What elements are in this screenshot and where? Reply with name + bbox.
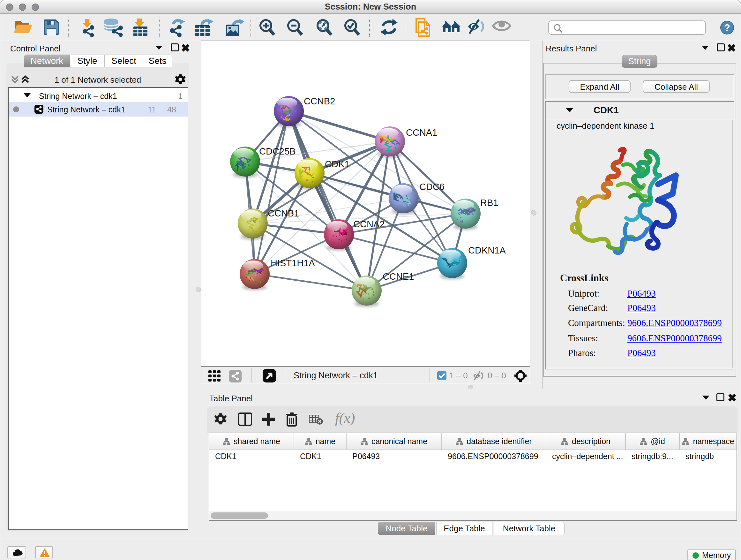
svg-text:CCNE1: CCNE1 bbox=[383, 271, 414, 282]
svg-text:CCNB2: CCNB2 bbox=[304, 96, 335, 106]
svg-text:CDC25B: CDC25B bbox=[259, 146, 295, 157]
svg-text:HIST1H1A: HIST1H1A bbox=[271, 258, 315, 268]
svg-text:CCNB1: CCNB1 bbox=[268, 208, 299, 219]
svg-text:CDKN1A: CDKN1A bbox=[468, 245, 506, 255]
svg-text:CDC6: CDC6 bbox=[419, 182, 445, 192]
svg-text:CCNA1: CCNA1 bbox=[406, 127, 437, 138]
svg-text:CDK1: CDK1 bbox=[325, 159, 349, 169]
svg-text:CCNA2: CCNA2 bbox=[353, 219, 385, 229]
svg-text:RB1: RB1 bbox=[480, 198, 498, 208]
